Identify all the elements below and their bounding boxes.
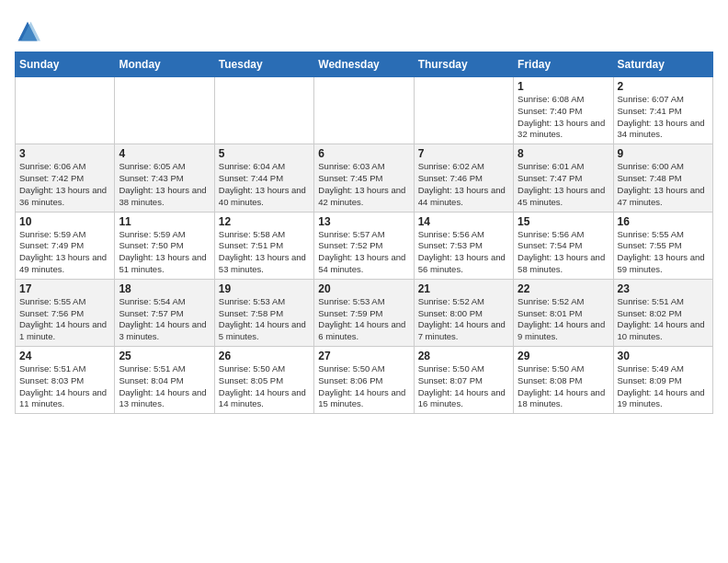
calendar-cell: 14Sunrise: 5:56 AM Sunset: 7:53 PM Dayli… [414,212,513,279]
day-info: Sunrise: 6:03 AM Sunset: 7:45 PM Dayligh… [318,161,409,208]
day-info: Sunrise: 6:06 AM Sunset: 7:42 PM Dayligh… [19,161,110,208]
day-info: Sunrise: 5:54 AM Sunset: 7:57 PM Dayligh… [119,296,210,343]
calendar-cell [414,77,513,144]
day-info: Sunrise: 5:59 AM Sunset: 7:49 PM Dayligh… [19,229,110,276]
day-info: Sunrise: 5:52 AM Sunset: 8:00 PM Dayligh… [418,296,509,343]
day-number: 4 [119,147,210,160]
day-info: Sunrise: 5:55 AM Sunset: 7:55 PM Dayligh… [618,229,709,276]
calendar-cell: 4Sunrise: 6:05 AM Sunset: 7:43 PM Daylig… [115,144,214,212]
day-info: Sunrise: 5:50 AM Sunset: 8:05 PM Dayligh… [219,363,310,410]
day-number: 19 [219,282,310,295]
calendar-cell [314,77,414,144]
calendar-week-row: 3Sunrise: 6:06 AM Sunset: 7:42 PM Daylig… [16,144,713,212]
day-number: 10 [19,215,110,228]
calendar-cell [214,77,313,144]
day-info: Sunrise: 5:50 AM Sunset: 8:08 PM Dayligh… [518,363,609,410]
calendar-cell: 12Sunrise: 5:58 AM Sunset: 7:51 PM Dayli… [214,212,313,279]
day-info: Sunrise: 5:57 AM Sunset: 7:52 PM Dayligh… [318,229,409,276]
day-info: Sunrise: 5:53 AM Sunset: 7:59 PM Dayligh… [318,296,409,343]
day-number: 24 [19,350,110,362]
calendar-cell: 29Sunrise: 5:50 AM Sunset: 8:08 PM Dayli… [514,347,613,414]
calendar-cell: 1Sunrise: 6:08 AM Sunset: 7:40 PM Daylig… [514,77,613,144]
calendar-cell: 8Sunrise: 6:01 AM Sunset: 7:47 PM Daylig… [514,144,613,212]
day-number: 9 [618,147,709,160]
calendar-cell: 30Sunrise: 5:49 AM Sunset: 8:09 PM Dayli… [613,347,712,414]
day-number: 1 [518,80,609,93]
weekday-header-monday: Monday [115,52,214,77]
day-number: 7 [418,147,509,160]
day-info: Sunrise: 6:01 AM Sunset: 7:47 PM Dayligh… [518,161,609,208]
day-number: 6 [318,147,409,160]
day-info: Sunrise: 5:53 AM Sunset: 7:58 PM Dayligh… [219,296,310,343]
calendar-cell: 6Sunrise: 6:03 AM Sunset: 7:45 PM Daylig… [314,144,414,212]
day-info: Sunrise: 5:52 AM Sunset: 8:01 PM Dayligh… [518,296,609,343]
day-info: Sunrise: 5:55 AM Sunset: 7:56 PM Dayligh… [19,296,110,343]
day-info: Sunrise: 5:56 AM Sunset: 7:53 PM Dayligh… [418,229,509,276]
calendar-cell [16,77,115,144]
calendar-cell: 27Sunrise: 5:50 AM Sunset: 8:06 PM Dayli… [314,347,414,414]
calendar-cell: 26Sunrise: 5:50 AM Sunset: 8:05 PM Dayli… [214,347,313,414]
day-number: 3 [19,147,110,160]
day-number: 21 [418,282,509,295]
weekday-header-sunday: Sunday [16,52,115,77]
day-number: 5 [219,147,310,160]
weekday-header-wednesday: Wednesday [314,52,414,77]
day-info: Sunrise: 6:05 AM Sunset: 7:43 PM Dayligh… [119,161,210,208]
day-number: 13 [318,215,409,228]
calendar-cell: 20Sunrise: 5:53 AM Sunset: 7:59 PM Dayli… [314,279,414,346]
day-number: 2 [618,80,709,93]
calendar-cell [115,77,214,144]
calendar-body: 1Sunrise: 6:08 AM Sunset: 7:40 PM Daylig… [16,77,713,414]
calendar-cell: 24Sunrise: 5:51 AM Sunset: 8:03 PM Dayli… [16,347,115,414]
day-number: 26 [219,350,310,362]
calendar-cell: 15Sunrise: 5:56 AM Sunset: 7:54 PM Dayli… [514,212,613,279]
day-number: 23 [618,282,709,295]
calendar-table: SundayMondayTuesdayWednesdayThursdayFrid… [15,52,713,414]
day-number: 18 [119,282,210,295]
day-number: 25 [119,350,210,362]
calendar-cell: 25Sunrise: 5:51 AM Sunset: 8:04 PM Dayli… [115,347,214,414]
day-number: 16 [618,215,709,228]
day-info: Sunrise: 6:04 AM Sunset: 7:44 PM Dayligh… [219,161,310,208]
calendar-week-row: 1Sunrise: 6:08 AM Sunset: 7:40 PM Daylig… [16,77,713,144]
calendar-cell: 22Sunrise: 5:52 AM Sunset: 8:01 PM Dayli… [514,279,613,346]
calendar-cell: 13Sunrise: 5:57 AM Sunset: 7:52 PM Dayli… [314,212,414,279]
calendar-cell: 11Sunrise: 5:59 AM Sunset: 7:50 PM Dayli… [115,212,214,279]
day-info: Sunrise: 6:07 AM Sunset: 7:41 PM Dayligh… [618,94,709,141]
day-number: 8 [518,147,609,160]
day-number: 14 [418,215,509,228]
day-number: 15 [518,215,609,228]
day-info: Sunrise: 5:50 AM Sunset: 8:07 PM Dayligh… [418,363,509,410]
day-number: 11 [119,215,210,228]
day-info: Sunrise: 5:50 AM Sunset: 8:06 PM Dayligh… [318,363,409,410]
logo [15,18,44,44]
day-number: 20 [318,282,409,295]
calendar-cell: 7Sunrise: 6:02 AM Sunset: 7:46 PM Daylig… [414,144,513,212]
day-info: Sunrise: 6:08 AM Sunset: 7:40 PM Dayligh… [518,94,609,141]
calendar-cell: 23Sunrise: 5:51 AM Sunset: 8:02 PM Dayli… [613,279,712,346]
calendar-cell: 9Sunrise: 6:00 AM Sunset: 7:48 PM Daylig… [613,144,712,212]
day-info: Sunrise: 5:51 AM Sunset: 8:03 PM Dayligh… [19,363,110,410]
day-info: Sunrise: 5:49 AM Sunset: 8:09 PM Dayligh… [618,363,709,410]
page-header [15,15,713,44]
calendar-cell: 2Sunrise: 6:07 AM Sunset: 7:41 PM Daylig… [613,77,712,144]
calendar-cell: 17Sunrise: 5:55 AM Sunset: 7:56 PM Dayli… [16,279,115,346]
day-info: Sunrise: 5:56 AM Sunset: 7:54 PM Dayligh… [518,229,609,276]
weekday-header-friday: Friday [514,52,613,77]
calendar-week-row: 24Sunrise: 5:51 AM Sunset: 8:03 PM Dayli… [16,347,713,414]
calendar-cell: 28Sunrise: 5:50 AM Sunset: 8:07 PM Dayli… [414,347,513,414]
weekday-header-saturday: Saturday [613,52,712,77]
weekday-header-tuesday: Tuesday [214,52,313,77]
day-number: 22 [518,282,609,295]
day-number: 12 [219,215,310,228]
calendar-week-row: 17Sunrise: 5:55 AM Sunset: 7:56 PM Dayli… [16,279,713,346]
calendar-cell: 21Sunrise: 5:52 AM Sunset: 8:00 PM Dayli… [414,279,513,346]
logo-icon [15,18,40,44]
day-info: Sunrise: 6:02 AM Sunset: 7:46 PM Dayligh… [418,161,509,208]
weekday-header-row: SundayMondayTuesdayWednesdayThursdayFrid… [16,52,713,77]
day-number: 27 [318,350,409,362]
day-info: Sunrise: 6:00 AM Sunset: 7:48 PM Dayligh… [618,161,709,208]
day-info: Sunrise: 5:59 AM Sunset: 7:50 PM Dayligh… [119,229,210,276]
day-number: 17 [19,282,110,295]
day-info: Sunrise: 5:51 AM Sunset: 8:04 PM Dayligh… [119,363,210,410]
